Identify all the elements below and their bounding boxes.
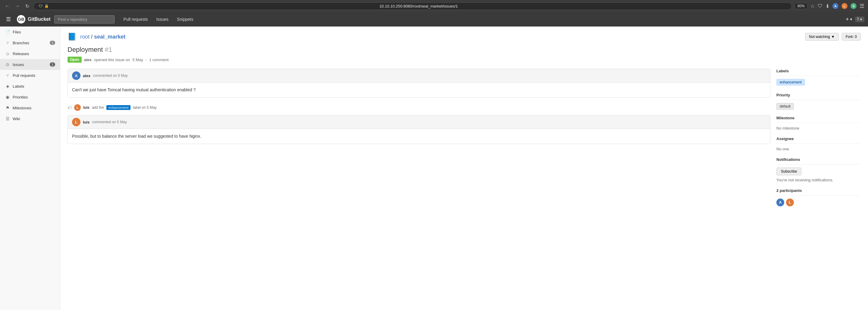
activity-action-prefix: add the [92, 105, 104, 110]
main-content: 📄 Files ⑂ Branches 1 ◇ Releases ⊙ Issues… [0, 27, 868, 310]
files-icon: 📄 [5, 30, 10, 34]
reload-button[interactable]: ↻ [24, 2, 30, 10]
comment-body-luis: Possible, but to balance the server load… [68, 129, 770, 144]
watch-label: Not watching [809, 35, 830, 39]
status-badge: Open [67, 57, 82, 63]
breadcrumb-separator: / [91, 34, 94, 40]
comment-date-luis: commented on 5 May [92, 120, 127, 124]
sidebar-item-labels[interactable]: ◈ Labels [0, 81, 60, 92]
sidebar-item-releases[interactable]: ◇ Releases [0, 48, 60, 59]
comment-author-alex[interactable]: alex [83, 73, 90, 78]
issue-opened-text: opened this issue on [94, 58, 130, 62]
notifications-panel: Notifications Subscribe You're not recei… [776, 157, 861, 182]
labels-icon: ◈ [5, 84, 10, 89]
sidebar-issues-label: Issues [13, 62, 47, 67]
comment-avatar-luis: L [72, 118, 81, 126]
download-icon: ⬇ [826, 3, 830, 9]
fork-label: Fork: [846, 35, 854, 39]
user-avatar-1: A [832, 3, 838, 9]
milestone-panel: Milestone No milestone [776, 116, 861, 130]
page-body: 📘 root / seal_market Not watching ▼ Fork… [60, 27, 868, 310]
logo-link[interactable]: GB GitBucket [13, 15, 54, 24]
issue-date: 5 May [132, 58, 143, 62]
lock-icon: 🔒 [44, 4, 49, 8]
participant-alex[interactable]: A [776, 198, 784, 206]
repo-icon: 📘 [67, 33, 76, 41]
issues-badge: 1 [50, 62, 55, 67]
watch-button[interactable]: Not watching ▼ [805, 33, 838, 41]
participants-row: A L [776, 198, 861, 206]
activity-action-suffix: label on 5 May [133, 105, 156, 110]
comment-text-luis: Possible, but to balance the server load… [72, 134, 201, 138]
bookmark-icon[interactable]: ☆ [810, 3, 815, 9]
fork-button[interactable]: Fork: 0 [842, 33, 861, 41]
nav-right: + ▼ 7 ▼ [846, 16, 864, 23]
subscribe-button[interactable]: Subscribe [776, 167, 801, 175]
activity-actor[interactable]: luis [83, 105, 90, 110]
participants-panel-title: 2 participants [776, 188, 861, 195]
sidebar-item-milestones[interactable]: ⚑ Milestones [0, 102, 60, 113]
activity-avatar-luis: L [74, 104, 81, 111]
browser-menu-icon[interactable]: ☰ [860, 3, 864, 9]
sidebar-item-branches[interactable]: ⑂ Branches 1 [0, 37, 60, 48]
repo-owner-link[interactable]: root [80, 34, 90, 40]
labels-panel-title: Labels [776, 69, 861, 76]
breadcrumb: root / seal_market [80, 34, 125, 40]
enhancement-label[interactable]: enhancement [776, 79, 805, 86]
notification-status-text: You're not receiving notifications. [776, 178, 861, 182]
participant-luis[interactable]: L [786, 198, 794, 206]
default-priority-label: default [776, 103, 794, 110]
repo-actions: Not watching ▼ Fork: 0 [805, 33, 861, 41]
comment-header-luis: L luis commented on 5 May [68, 115, 770, 129]
issue-main: A alex commented on 5 May Can't we just … [67, 69, 770, 212]
sidebar-item-priorities[interactable]: ◉ Priorities [0, 92, 60, 102]
participants-panel: 2 participants A L [776, 188, 861, 206]
nav-snippets[interactable]: Snippets [173, 12, 197, 27]
forward-button[interactable]: → [14, 2, 21, 10]
issue-comment-count: 1 comment [149, 58, 168, 62]
top-nav: ☰ GB GitBucket Pull requests Issues Snip… [0, 12, 868, 27]
sidebar-releases-label: Releases [13, 52, 55, 56]
issue-number: #1 [105, 46, 112, 53]
logo-icon: GB [17, 15, 25, 24]
repo-name-link[interactable]: seal_market [94, 34, 125, 40]
comment-header-alex: A alex commented on 5 May [68, 69, 770, 83]
plus-icon: + [846, 16, 849, 23]
issue-layout: A alex commented on 5 May Can't we just … [67, 69, 861, 212]
comment-avatar-alex: A [72, 71, 81, 80]
assignee-panel-title: Assignee [776, 136, 861, 144]
browser-chrome: ← → ↻ 🛡 🔒 10.10.10.250:8080/root/seal_ma… [0, 0, 868, 12]
comment-body-alex: Can't we just have Tomcat having mutual … [68, 83, 770, 97]
issue-separator: - [146, 58, 147, 62]
nav-issues[interactable]: Issues [152, 12, 173, 27]
search-input[interactable] [54, 16, 115, 24]
sidebar-files-label: Files [13, 30, 55, 34]
shield-browser-icon: 🛡 [818, 3, 823, 9]
hamburger-button[interactable]: ☰ [4, 13, 13, 25]
nav-pull-requests[interactable]: Pull requests [119, 12, 152, 27]
address-bar[interactable]: 🛡 🔒 10.10.10.250:8080/root/seal_market/i… [33, 2, 792, 10]
nav-links: Pull requests Issues Snippets [119, 12, 198, 27]
user-count-badge[interactable]: 7 ▼ [855, 17, 864, 22]
sidebar-item-pull-requests[interactable]: ⑂ Pull requests [0, 70, 60, 81]
sidebar-item-issues[interactable]: ⊙ Issues 1 [0, 59, 60, 70]
activity-label-added: 🏷 L luis add the enhancement label on 5 … [67, 102, 770, 113]
tag-icon: 🏷 [67, 105, 72, 110]
back-button[interactable]: ← [4, 2, 11, 10]
issue-title: Deployment #1 [67, 46, 861, 54]
sidebar: 📄 Files ⑂ Branches 1 ◇ Releases ⊙ Issues… [0, 27, 60, 310]
browser-actions: 🛡 ⬇ A L S ☰ [818, 3, 864, 9]
comment-author-luis[interactable]: luis [83, 120, 90, 124]
wiki-icon: ☰ [5, 116, 10, 121]
releases-icon: ◇ [5, 51, 10, 56]
user-avatar-2: L [841, 3, 847, 9]
sidebar-item-wiki[interactable]: ☰ Wiki [0, 113, 60, 124]
url-text: 10.10.10.250:8080/root/seal_market/issue… [51, 4, 786, 8]
sidebar-item-files[interactable]: 📄 Files [0, 27, 60, 37]
issue-meta: Open alex opened this issue on 5 May - 1… [67, 57, 861, 63]
create-button[interactable]: + ▼ [846, 16, 852, 23]
issue-author[interactable]: alex [84, 58, 92, 62]
branches-icon: ⑂ [5, 40, 10, 45]
pull-requests-icon: ⑂ [5, 73, 10, 78]
priority-panel: Priority default [776, 93, 861, 110]
